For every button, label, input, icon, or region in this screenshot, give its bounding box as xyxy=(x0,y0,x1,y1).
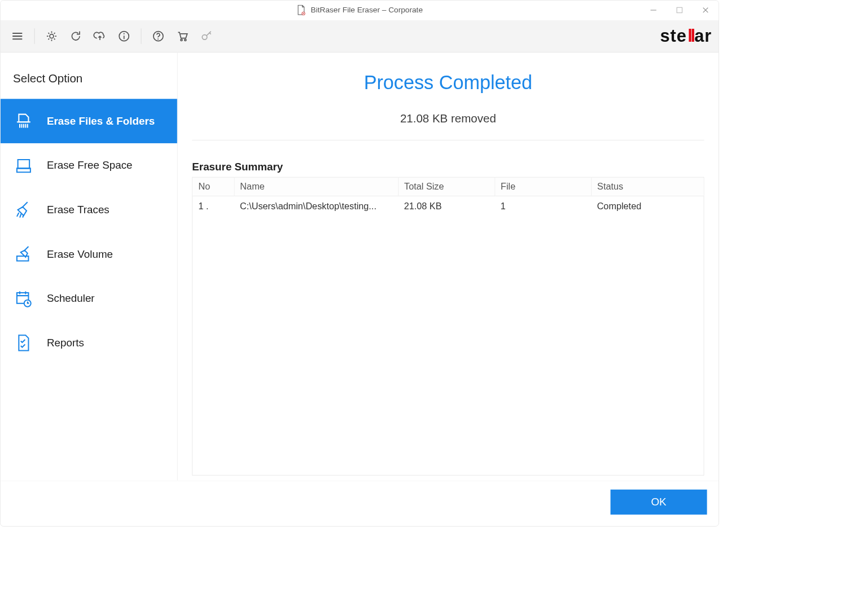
cell-name: C:\Users\admin\Desktop\testing... xyxy=(234,196,398,217)
report-icon xyxy=(13,332,34,354)
sidebar-item-label: Erase Files & Folders xyxy=(47,115,155,127)
help-button[interactable] xyxy=(148,26,168,46)
menu-button[interactable] xyxy=(7,26,28,46)
sidebar-item-label: Erase Traces xyxy=(47,204,109,216)
col-status: Status xyxy=(591,178,703,196)
calendar-clock-icon xyxy=(13,288,34,309)
sidebar-item-label: Reports xyxy=(47,337,84,349)
sidebar-item-label: Erase Free Space xyxy=(47,159,133,171)
table-row[interactable]: 1 . C:\Users\admin\Desktop\testing... 21… xyxy=(192,196,703,217)
separator xyxy=(141,28,142,43)
sidebar-item-erase-traces[interactable]: Erase Traces xyxy=(1,188,177,232)
titlebar: BitRaser File Eraser – Corporate xyxy=(1,1,719,20)
cell-status: Completed xyxy=(591,196,703,217)
maximize-button[interactable] xyxy=(667,1,693,20)
process-title: Process Completed xyxy=(192,72,704,93)
col-size: Total Size xyxy=(398,178,494,196)
col-no: No xyxy=(192,178,234,196)
table-header-row: No Name Total Size File Status xyxy=(192,178,703,196)
brand-logo: stellar xyxy=(660,26,712,46)
drive-icon xyxy=(13,155,34,176)
ok-button[interactable]: OK xyxy=(611,490,707,514)
footer: OK xyxy=(1,481,719,526)
sidebar: Select Option Erase Files & Folders Eras… xyxy=(1,52,178,480)
settings-button[interactable] xyxy=(42,26,62,46)
svg-point-13 xyxy=(157,38,159,39)
app-icon xyxy=(296,5,306,16)
sidebar-item-label: Scheduler xyxy=(47,292,95,305)
sidebar-item-erase-files-folders[interactable]: Erase Files & Folders xyxy=(1,99,177,143)
sidebar-item-erase-volume[interactable]: Erase Volume xyxy=(1,232,177,276)
window-title: BitRaser File Eraser – Corporate xyxy=(311,6,423,14)
upload-button[interactable] xyxy=(90,26,110,46)
summary-label: Erasure Summary xyxy=(192,161,704,173)
process-subtitle: 21.08 KB removed xyxy=(192,112,704,125)
cell-file: 1 xyxy=(494,196,591,217)
sidebar-title: Select Option xyxy=(1,62,177,99)
divider xyxy=(192,140,704,140)
info-button[interactable] xyxy=(114,26,134,46)
svg-point-14 xyxy=(181,39,182,41)
volume-broom-icon xyxy=(13,244,34,265)
separator xyxy=(34,28,35,43)
svg-point-10 xyxy=(124,33,125,34)
svg-point-15 xyxy=(185,39,186,41)
col-file: File xyxy=(494,178,591,196)
svg-rect-2 xyxy=(677,7,682,12)
broom-icon xyxy=(13,199,34,221)
minimize-button[interactable] xyxy=(641,1,667,20)
toolbar: stellar xyxy=(1,20,719,52)
cart-button[interactable] xyxy=(172,26,192,46)
refresh-button[interactable] xyxy=(65,26,86,46)
cell-size: 21.08 KB xyxy=(398,196,494,217)
sidebar-item-scheduler[interactable]: Scheduler xyxy=(1,276,177,321)
sidebar-item-label: Erase Volume xyxy=(47,248,113,260)
svg-point-8 xyxy=(50,34,54,38)
sidebar-item-erase-free-space[interactable]: Erase Free Space xyxy=(1,143,177,188)
cell-no: 1 . xyxy=(192,196,234,217)
col-name: Name xyxy=(234,178,398,196)
key-button[interactable] xyxy=(196,26,217,46)
close-button[interactable] xyxy=(693,1,719,20)
main-panel: Process Completed 21.08 KB removed Erasu… xyxy=(178,52,719,480)
summary-table: No Name Total Size File Status 1 . C:\Us… xyxy=(192,177,704,476)
sidebar-item-reports[interactable]: Reports xyxy=(1,321,177,366)
shredder-icon xyxy=(13,111,34,132)
